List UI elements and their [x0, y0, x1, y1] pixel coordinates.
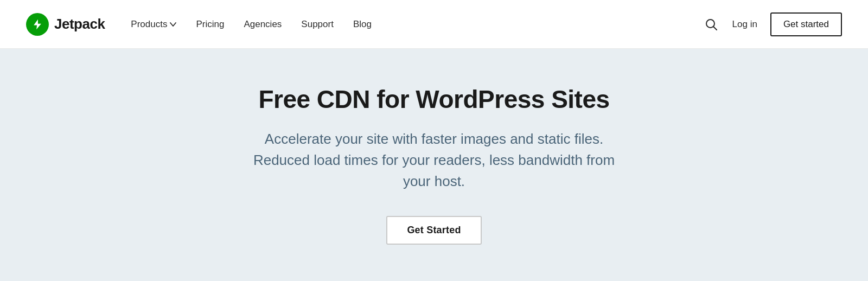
logo-text: Jetpack: [54, 16, 105, 33]
header-right: Log in Get started: [703, 12, 842, 36]
main-nav: Products Pricing Agencies Support Blog: [131, 19, 703, 30]
hero-title: Free CDN for WordPress Sites: [258, 85, 609, 114]
nav-item-products[interactable]: Products: [131, 19, 176, 30]
logo[interactable]: Jetpack: [26, 13, 105, 36]
svg-point-0: [706, 20, 714, 28]
lightning-bolt-icon: [31, 18, 43, 30]
get-started-button[interactable]: Get started: [770, 12, 842, 36]
nav-item-agencies[interactable]: Agencies: [244, 19, 282, 30]
svg-line-1: [713, 27, 717, 30]
nav-item-support[interactable]: Support: [301, 19, 334, 30]
chevron-down-icon: [170, 22, 176, 27]
nav-item-pricing[interactable]: Pricing: [196, 19, 224, 30]
login-link[interactable]: Log in: [732, 19, 757, 30]
search-button[interactable]: [703, 16, 719, 33]
search-icon: [705, 18, 717, 30]
nav-item-blog[interactable]: Blog: [353, 19, 372, 30]
hero-section: Free CDN for WordPress Sites Accelerate …: [0, 49, 868, 281]
hero-cta-button[interactable]: Get Started: [386, 216, 481, 245]
header: Jetpack Products Pricing Agencies Suppor…: [0, 0, 868, 49]
hero-subtitle: Accelerate your site with faster images …: [239, 129, 629, 192]
jetpack-logo-icon: [26, 13, 49, 36]
